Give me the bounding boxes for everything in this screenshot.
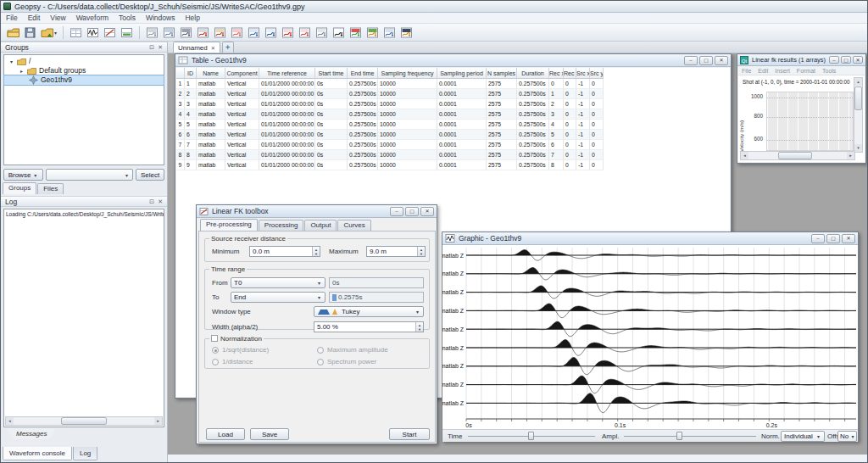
new-tab-button[interactable]: + bbox=[222, 42, 234, 53]
scroll-right-icon[interactable]: ▸ bbox=[847, 152, 854, 159]
tool-icon-16-button[interactable] bbox=[398, 25, 415, 40]
table-row[interactable]: 66matlabVertical01/01/2000 00:00:000s0.2… bbox=[176, 130, 730, 140]
radio-icon[interactable] bbox=[212, 347, 219, 354]
chronogram-view-icon-button[interactable] bbox=[102, 25, 118, 40]
scrollbar-track[interactable] bbox=[854, 86, 862, 144]
minimize-icon[interactable]: – bbox=[811, 234, 825, 243]
open-icon-button[interactable] bbox=[5, 25, 21, 40]
minimize-icon[interactable]: – bbox=[390, 207, 403, 216]
spinner-arrows-icon[interactable]: ▲▼ bbox=[417, 247, 425, 256]
start-button[interactable]: Start bbox=[389, 428, 430, 440]
close-panel-icon[interactable]: ✕ bbox=[158, 44, 163, 51]
window-type-combobox[interactable]: Tukey ▾ bbox=[314, 306, 424, 317]
collapsed-icon[interactable]: ▸ bbox=[19, 68, 25, 74]
column-header-time-reference[interactable]: Time reference bbox=[259, 68, 315, 79]
close-icon[interactable]: ✕ bbox=[420, 207, 434, 216]
column-header-duration[interactable]: Duration bbox=[517, 68, 549, 79]
radio-1-sqrt-distance[interactable]: 1/sqrt(distance) bbox=[212, 346, 269, 354]
norm-combobox[interactable]: Individual ▾ bbox=[781, 431, 825, 442]
scrollbar-thumb[interactable] bbox=[778, 152, 813, 159]
table-row[interactable]: 44matlabVertical01/01/2000 00:00:000s0.2… bbox=[176, 109, 730, 120]
table-window-titlebar[interactable]: Table - Geo1thv9 – ▢ ✕ bbox=[175, 54, 731, 67]
tab-pre-processing[interactable]: Pre-processing bbox=[200, 219, 258, 231]
amplitude-slider[interactable] bbox=[624, 432, 756, 441]
tool-icon-9-button[interactable] bbox=[280, 25, 296, 40]
slider-thumb[interactable] bbox=[528, 432, 534, 440]
scrollbar-thumb[interactable] bbox=[854, 86, 862, 110]
offset-combobox[interactable]: No ▾ bbox=[837, 431, 857, 442]
minimum-distance-spinbox[interactable]: 0.0 m ▲▼ bbox=[249, 246, 320, 257]
fk-results-titlebar[interactable]: Qt Linear fk results (1 arrays) – ▢ ✕ bbox=[737, 54, 865, 66]
close-icon[interactable]: ✕ bbox=[715, 56, 728, 65]
scroll-up-icon[interactable]: ▴ bbox=[854, 78, 862, 86]
fk-results-vscrollbar[interactable]: ▴ ▾ bbox=[854, 77, 863, 153]
spinner-arrows-icon[interactable]: ▲▼ bbox=[415, 322, 423, 332]
minimize-icon[interactable]: – bbox=[684, 56, 698, 65]
tool-icon-12-button[interactable] bbox=[331, 25, 347, 40]
save-icon-button[interactable] bbox=[22, 25, 38, 40]
time-zoom-slider[interactable] bbox=[468, 432, 595, 441]
tool-icon-2-button[interactable] bbox=[161, 25, 177, 40]
tab-curves[interactable]: Curves bbox=[337, 220, 370, 231]
menu-help[interactable]: Help bbox=[180, 14, 204, 22]
spinner-arrows-icon[interactable]: ▲▼ bbox=[312, 247, 320, 256]
map-view-icon-button[interactable] bbox=[119, 25, 135, 40]
results-menu-file[interactable]: File bbox=[742, 68, 751, 74]
results-menu-edit[interactable]: Edit bbox=[758, 68, 768, 74]
titlebar[interactable]: Geopsy - C:/Users/data.collect/Desktop/J… bbox=[1, 1, 867, 13]
fk-toolbox-titlebar[interactable]: Linear FK toolbox – ▢ ✕ bbox=[197, 205, 437, 218]
radio-icon[interactable] bbox=[317, 347, 324, 354]
column-header-start-time[interactable]: Start time bbox=[315, 68, 348, 79]
column-header-rec-x[interactable]: Rec x bbox=[549, 68, 564, 79]
fk-results-hscrollbar[interactable]: ◂ ▸ bbox=[740, 151, 855, 160]
to-combobox[interactable]: End ▾ bbox=[231, 292, 326, 303]
tab-groups[interactable]: Groups bbox=[3, 182, 36, 194]
scrollbar-track[interactable] bbox=[14, 417, 154, 425]
column-header-n-samples[interactable]: N samples bbox=[487, 68, 517, 79]
column-header-src-y[interactable]: Src y bbox=[590, 68, 604, 79]
tool-icon-15-button[interactable] bbox=[381, 25, 398, 40]
tree-item-default-groups[interactable]: ▸ Default groups bbox=[4, 66, 164, 75]
menu-edit[interactable]: Edit bbox=[23, 14, 46, 22]
maximize-icon[interactable]: ▢ bbox=[405, 207, 419, 216]
tree-item-root[interactable]: ▾ / bbox=[4, 57, 164, 66]
tool-icon-1-button[interactable] bbox=[144, 25, 160, 40]
log-hscrollbar[interactable]: ◂ ▸ bbox=[5, 416, 163, 426]
tab-log[interactable]: Log bbox=[73, 447, 97, 460]
fk-results-plot[interactable] bbox=[766, 92, 854, 151]
tree-item-geo1thv9[interactable]: Geo1thv9 bbox=[4, 75, 164, 85]
load-button[interactable]: Load bbox=[206, 428, 245, 440]
scroll-left-icon[interactable]: ◂ bbox=[6, 417, 14, 425]
expanded-icon[interactable]: ▾ bbox=[8, 59, 14, 64]
maximize-icon[interactable]: ▢ bbox=[841, 56, 851, 64]
results-menu-insert[interactable]: Insert bbox=[775, 68, 790, 74]
normalization-checkbox[interactable] bbox=[211, 335, 218, 342]
results-menu-format[interactable]: Format bbox=[797, 68, 815, 74]
tool-icon-6-button[interactable] bbox=[229, 25, 245, 40]
column-header-sampling-period[interactable]: Sampling period bbox=[437, 68, 487, 79]
table-row[interactable]: 22matlabVertical01/01/2000 00:00:000s0.2… bbox=[176, 89, 730, 99]
column-header-id[interactable]: ID bbox=[185, 68, 197, 79]
tab-waveform-console[interactable]: Waveform console bbox=[3, 447, 72, 460]
maximum-distance-spinbox[interactable]: 9.0 m ▲▼ bbox=[366, 246, 426, 257]
tool-icon-7-button[interactable] bbox=[246, 25, 262, 40]
width-alpha-spinbox[interactable]: 5.00 % ▲▼ bbox=[314, 321, 424, 332]
graphic-view-icon-button[interactable] bbox=[85, 25, 101, 40]
tool-icon-13-button[interactable] bbox=[348, 25, 364, 40]
column-header-src-x[interactable]: Src x bbox=[576, 68, 590, 79]
tool-icon-3-button[interactable] bbox=[178, 25, 194, 40]
menu-view[interactable]: View bbox=[45, 14, 70, 22]
float-panel-icon[interactable]: ⊡ bbox=[149, 44, 154, 51]
tab-files[interactable]: Files bbox=[37, 183, 64, 194]
tool-icon-11-button[interactable] bbox=[314, 25, 330, 40]
scrollbar-track[interactable] bbox=[748, 152, 847, 159]
tab-processing[interactable]: Processing bbox=[259, 220, 304, 231]
table-row[interactable]: 99matlabVertical01/01/2000 00:00:000s0.2… bbox=[176, 160, 730, 170]
menu-waveform[interactable]: Waveform bbox=[71, 14, 114, 22]
import-signals-icon-button[interactable] bbox=[39, 25, 55, 40]
from-combobox[interactable]: T0 ▾ bbox=[231, 277, 326, 288]
column-header-sampling-frequency[interactable]: Sampling frequency bbox=[378, 68, 437, 79]
slider-thumb[interactable] bbox=[676, 432, 682, 440]
tab-messages[interactable]: Messages bbox=[8, 429, 55, 439]
tool-icon-10-button[interactable] bbox=[297, 25, 313, 40]
